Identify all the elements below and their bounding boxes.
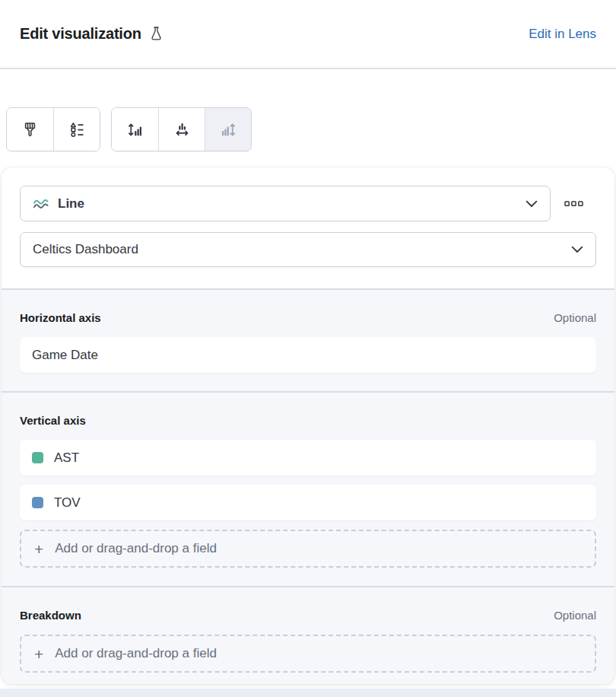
line-chart-icon xyxy=(33,196,49,212)
vertical-axis-section: Vertical axis AST TOV + Add or drag-and-… xyxy=(2,391,614,586)
vertical-axis-label: Vertical axis xyxy=(20,414,86,427)
plus-icon: + xyxy=(34,541,43,557)
style-button[interactable] xyxy=(7,108,53,151)
chevron-down-icon xyxy=(571,246,583,253)
series-color-swatch xyxy=(32,497,43,508)
field-ast[interactable]: AST xyxy=(20,440,596,476)
axis-right-icon xyxy=(221,122,237,138)
optional-badge: Optional xyxy=(554,609,596,622)
dataset-select[interactable]: Celtics Dashboard xyxy=(20,232,596,267)
legend-shapes-icon xyxy=(69,122,85,138)
breakdown-label: Breakdown xyxy=(20,609,81,622)
add-vertical-axis-field-button[interactable]: + Add or drag-and-drop a field xyxy=(20,530,596,568)
panel-header: Edit visualization Edit in Lens xyxy=(0,0,616,69)
optional-badge: Optional xyxy=(554,311,596,324)
field-game-date[interactable]: Game Date xyxy=(20,337,596,373)
toolbar xyxy=(6,107,616,151)
axis-bottom-icon xyxy=(174,122,190,138)
breakdown-section: Breakdown Optional + Add or drag-and-dro… xyxy=(2,586,614,684)
field-label: Game Date xyxy=(32,348,98,363)
field-label: TOV xyxy=(54,495,81,511)
visualization-config-panel: Line Celtics Dashboard xyxy=(2,167,614,684)
right-axis-button xyxy=(205,108,251,151)
horizontal-axis-button[interactable] xyxy=(158,108,205,151)
appearance-button-group xyxy=(6,107,100,151)
legend-button[interactable] xyxy=(53,108,100,151)
chevron-down-icon xyxy=(526,200,538,208)
add-breakdown-field-button[interactable]: + Add or drag-and-drop a field xyxy=(20,635,596,673)
page-background-strip xyxy=(0,689,616,697)
field-tov[interactable]: TOV xyxy=(20,485,596,520)
chart-type-select[interactable]: Line xyxy=(20,186,551,221)
paintbrush-icon xyxy=(22,122,38,138)
plus-icon: + xyxy=(34,646,43,662)
dataset-value: Celtics Dashboard xyxy=(33,242,563,257)
field-label: AST xyxy=(54,450,79,466)
chart-config-section: Line Celtics Dashboard xyxy=(2,167,614,288)
series-color-swatch xyxy=(32,452,43,463)
page-title: Edit visualization xyxy=(20,25,141,43)
axis-left-icon xyxy=(127,122,143,138)
horizontal-axis-label: Horizontal axis xyxy=(20,311,101,324)
beaker-icon xyxy=(150,26,163,42)
add-field-label: Add or drag-and-drop a field xyxy=(55,541,217,556)
boxes-horizontal-icon xyxy=(564,201,583,207)
add-field-label: Add or drag-and-drop a field xyxy=(55,646,217,661)
axis-button-group xyxy=(111,107,252,151)
layer-options-button[interactable] xyxy=(551,186,596,221)
edit-in-lens-link[interactable]: Edit in Lens xyxy=(529,27,596,42)
horizontal-axis-section: Horizontal axis Optional Game Date xyxy=(2,288,614,391)
chart-type-value: Line xyxy=(58,196,517,212)
vertical-axis-button[interactable] xyxy=(112,108,158,151)
